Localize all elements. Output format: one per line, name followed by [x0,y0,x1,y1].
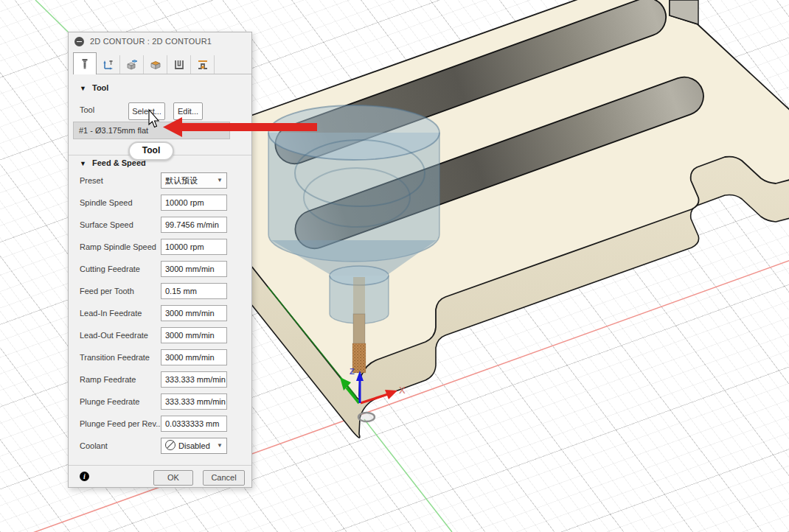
surface-speed-input[interactable]: 99.7456 m/min [161,217,227,233]
feed-row-coolant: Coolant Disabled ▼ [69,438,251,455]
edit-tool-button[interactable]: Edit... [173,102,203,120]
x-axis-arrowhead [385,390,397,399]
feed-row: Cutting Feedrate 3000 mm/min [69,261,251,279]
tool-tab-icon [79,58,91,70]
z-axis-label: Z [350,367,355,376]
feed-row: Surface Speed 99.7456 m/min [69,217,251,234]
feed-row: Feed per Tooth 0.15 mm [69,283,251,301]
select-tool-button[interactable]: Select... [128,102,165,120]
feed-row: Ramp Spindle Speed 10000 rpm [69,239,251,256]
footer-separator [69,465,251,466]
field-label: Spindle Speed [80,198,133,207]
coolant-value: Disabled [178,441,210,450]
cutting-feedrate-input[interactable]: 3000 mm/min [161,261,227,277]
ramp-spindle-speed-input[interactable]: 10000 rpm [161,239,227,255]
preset-select[interactable]: 默认预设 ▼ [161,172,227,189]
dialog-titlebar[interactable]: 2D CONTOUR : 2D CONTOUR1 [69,32,251,50]
tool-callout-badge: Tool [128,141,174,161]
ok-button[interactable]: OK [153,470,193,486]
tool-row: Tool Select... Edit... [69,102,251,120]
preset-value: 默认预设 [165,176,198,185]
lead-out-feedrate-input[interactable]: 3000 mm/min [161,327,227,343]
field-label: Lead-In Feedrate [80,309,142,318]
app-stage: X Z 2D CONTOUR : 2D CONTOUR1 [0,0,789,532]
field-label: Preset [80,176,103,185]
tool-section-title: Tool [92,83,108,92]
feed-per-tooth-input[interactable]: 0.15 mm [161,283,227,299]
plunge-feedrate-input[interactable]: 333.333 mm/min [161,393,227,410]
tab-geometry[interactable] [97,55,120,74]
2d-contour-dialog: 2D CONTOUR : 2D CONTOUR1 [68,32,252,488]
tab-passes[interactable] [144,55,167,74]
collapse-triangle-icon: ▼ [80,160,86,167]
feed-row: Spindle Speed 10000 rpm [69,195,251,212]
chevron-down-icon: ▼ [217,438,223,453]
tab-heights[interactable] [120,55,144,74]
feed-row: Plunge Feedrate 333.333 mm/min [69,393,251,411]
tab-tool[interactable] [73,52,97,74]
spindle-speed-input[interactable]: 10000 rpm [161,195,227,211]
disabled-icon [165,440,175,450]
plunge-feed-per-rev-input[interactable]: 0.0333333 mm [161,416,227,432]
tool-label: Tool [80,105,94,114]
x-axis-label: X [399,385,406,396]
feed-row-preset: Preset 默认预设 ▼ [69,172,251,190]
tab-profile[interactable] [191,55,215,74]
passes-tab-icon [150,59,161,71]
profile-tab-icon [197,59,209,71]
chevron-down-icon: ▼ [217,173,223,188]
geometry-tab-icon [102,59,114,71]
heights-tab-icon [126,59,138,71]
linking-tab-icon [173,59,185,71]
field-label: Plunge Feedrate [80,397,139,406]
tool-shank [353,314,365,346]
origin-marker [358,413,375,421]
feed-row: Ramp Feedrate 333.333 mm/min [69,371,251,389]
tool-shank-inside [353,277,365,315]
field-label: Ramp Feedrate [80,375,136,384]
dialog-tabs [73,52,251,74]
transition-feedrate-input[interactable]: 3000 mm/min [161,349,227,365]
ramp-feedrate-input[interactable]: 333.333 mm/min [161,371,227,388]
selected-tool-field[interactable]: #1 - Ø3.175mm flat [73,122,230,139]
field-label: Transition Feedrate [80,353,150,362]
field-label: Plunge Feed per Rev... [80,419,162,428]
coolant-select[interactable]: Disabled ▼ [161,438,227,454]
tool-holder-top [268,105,439,160]
tab-linking[interactable] [167,55,191,74]
feed-row: Plunge Feed per Rev... 0.0333333 mm [69,416,251,433]
info-icon[interactable]: i [80,472,89,481]
collapse-icon[interactable] [74,37,84,46]
tool-section-header[interactable]: ▼ Tool [80,83,251,92]
dialog-title: 2D CONTOUR : 2D CONTOUR1 [90,37,212,46]
feed-row: Transition Feedrate 3000 mm/min [69,349,251,367]
field-label: Feed per Tooth [80,287,134,295]
feed-row: Lead-In Feedrate 3000 mm/min [69,305,251,323]
lead-in-feedrate-input[interactable]: 3000 mm/min [161,305,227,321]
field-label: Ramp Spindle Speed [80,242,156,251]
cancel-button[interactable]: Cancel [203,470,245,486]
field-label: Coolant [80,441,108,450]
y-axis-line-lower [364,419,452,532]
field-label: Cutting Feedrate [80,265,140,273]
collapse-triangle-icon: ▼ [80,85,86,92]
field-label: Lead-Out Feedrate [80,331,148,340]
y-axis-line-upper [35,0,69,32]
feed-row: Lead-Out Feedrate 3000 mm/min [69,327,251,345]
field-label: Surface Speed [80,220,133,229]
